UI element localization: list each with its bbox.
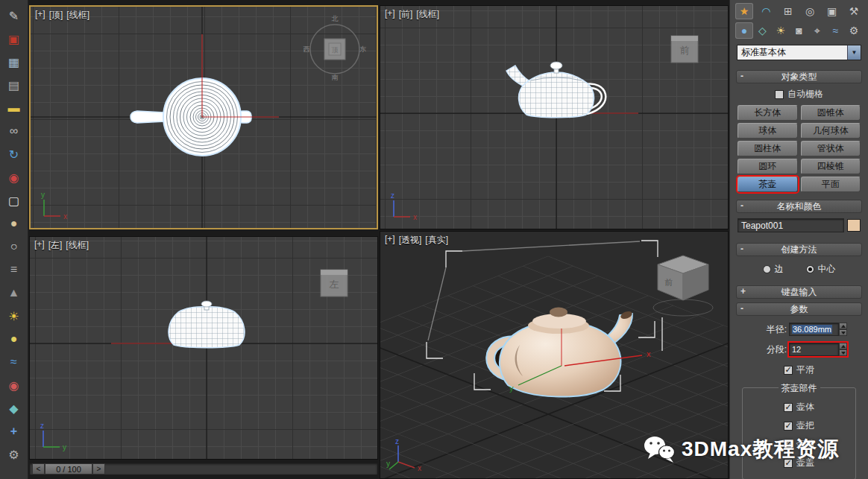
viewport-general-menu[interactable]: [+] [385,234,395,247]
rollout-keyboard-entry[interactable]: + 键盘输入 [736,285,862,299]
smooth-checkbox[interactable] [784,366,793,375]
rollout-name-and-color[interactable]: - 名称和颜色 [736,200,862,213]
viewport-shading-menu[interactable]: [线框] [66,239,89,252]
primitive-type-dropdown[interactable]: 标准基本体 ▼ [737,45,861,60]
center-radio[interactable] [806,265,814,273]
diamond-icon[interactable]: ◆ [4,399,25,418]
grid-icon[interactable]: ▤ [4,75,25,95]
svg-text:x: x [647,349,651,358]
object-type-buttons: 长方体 圆锥体 球体 几何球体 圆柱体 管状体 圆环 四棱锥 茶壶 平面 [738,105,861,192]
tab-motion[interactable]: ◎ [801,3,819,19]
viewport-general-menu[interactable]: [+] [35,9,45,22]
link-icon[interactable]: ∞ [4,121,25,141]
radius-field[interactable]: 36.089mm [789,323,839,336]
orbit-icon[interactable]: ◉ [4,375,25,395]
object-color-swatch[interactable] [847,219,861,232]
modify-icon: ◠ [761,5,770,17]
category-cameras[interactable]: ◙ [790,22,808,39]
viewcube[interactable]: 顶 北 东 南 西 [301,13,369,81]
autogrid-label: 自动栅格 [787,88,823,101]
category-space-warps[interactable]: ≈ [827,22,845,39]
button-geosphere[interactable]: 几何球体 [801,123,861,139]
note-icon[interactable]: ▬ [4,98,25,118]
category-geometry[interactable]: ● [735,22,753,39]
part-handle-checkbox[interactable] [784,422,793,431]
viewport-general-menu[interactable]: [+] [385,8,395,21]
window-icon[interactable]: ▢ [4,191,25,210]
tab-display[interactable]: ▣ [823,3,841,19]
ball-icon[interactable]: ● [4,329,25,349]
tab-utilities[interactable]: ⚒ [845,3,863,19]
sun-icon[interactable]: ☀ [4,306,25,326]
plus-icon[interactable]: + [4,422,25,441]
collapse-icon: - [740,303,743,314]
snap-icon[interactable]: ◉ [4,168,25,187]
tab-create[interactable]: ★ [735,3,753,19]
table-icon[interactable]: ▦ [4,52,25,72]
pencil-icon[interactable]: ✎ [4,6,25,25]
space-warps-icon: ≈ [833,25,839,37]
svg-text:北: 北 [332,15,339,22]
radius-label: 半径: [767,323,787,336]
button-teapot[interactable]: 茶壶 [738,177,798,192]
time-slider[interactable]: 0 / 100 [45,463,92,475]
button-box[interactable]: 长方体 [738,105,798,121]
part-body-checkbox[interactable] [784,403,793,412]
segments-field[interactable]: 12 [789,343,839,356]
viewport-general-menu[interactable]: [+] [34,239,45,252]
viewport-left[interactable]: [+] [左] [线框] 左 z y [29,236,378,460]
viewport-view-menu[interactable]: [顶] [49,9,63,22]
gear-icon[interactable]: ⚙ [4,445,25,464]
rollout-object-type[interactable]: - 对象类型 [736,70,862,83]
waves-icon[interactable]: ≈ [4,352,25,372]
axis-tripod: z x [386,191,424,224]
viewport-shading-menu[interactable]: [线框] [66,9,89,22]
creation-method-options: 边 中心 [730,263,868,276]
viewcube[interactable]: 前 [661,25,708,73]
previous-frame-button[interactable]: < [32,463,45,475]
button-cone[interactable]: 圆锥体 [801,105,861,121]
tab-modify[interactable]: ◠ [757,3,775,19]
object-name-field[interactable]: Teapot001 [738,218,844,232]
button-sphere[interactable]: 球体 [738,123,798,139]
category-lights[interactable]: ☀ [772,22,790,39]
viewport-view-menu[interactable]: [左] [48,239,63,252]
category-shapes[interactable]: ◇ [754,22,772,39]
chevron-down-icon[interactable]: ▼ [847,45,861,60]
viewport-top[interactable]: [+] [顶] [线框] 顶 北 东 南 西 y x [29,5,378,229]
rollout-parameters[interactable]: - 参数 [736,302,862,316]
viewcube[interactable]: 前 [644,251,722,320]
timeline-track[interactable]: < 0 / 100 > [30,463,377,475]
category-helpers[interactable]: ⌖ [808,22,826,39]
spinner-arrows-icon[interactable] [839,343,847,356]
sphere-icon[interactable]: ● [4,214,25,233]
rollout-creation-method[interactable]: - 创建方法 [736,243,862,256]
teapot-parts-title: 茶壶部件 [779,382,820,395]
viewport-shading-menu[interactable]: [真实] [425,234,448,247]
category-systems[interactable]: ⚙ [845,22,863,39]
button-cylinder[interactable]: 圆柱体 [738,141,798,156]
viewport-view-menu[interactable]: [透视] [399,234,422,247]
edge-radio[interactable] [763,265,771,273]
tab-hierarchy[interactable]: ⊞ [779,3,797,19]
spinner-arrows-icon[interactable] [839,323,847,336]
material-icon[interactable]: ▣ [4,29,25,48]
viewcube[interactable]: 左 [310,259,358,307]
layers-icon[interactable]: ≡ [4,260,25,279]
cone-icon[interactable]: ▲ [4,283,25,302]
button-tube[interactable]: 管状体 [801,141,861,156]
button-pyramid[interactable]: 四棱锥 [801,159,861,174]
circle-icon[interactable]: ○ [4,237,25,256]
button-plane[interactable]: 平面 [801,177,861,192]
viewport-view-menu[interactable]: [前] [399,8,413,21]
smooth-row: 平滑 [730,364,868,376]
geometry-icon: ● [741,25,747,37]
autogrid-checkbox[interactable] [775,90,784,99]
viewport-front-label: [+] [前] [线框] [385,8,439,21]
viewport-front[interactable]: [+] [前] [线框] 前 z x [380,5,729,229]
viewport-shading-menu[interactable]: [线框] [416,8,439,21]
lights-icon: ☀ [776,25,786,37]
rotate-icon[interactable]: ↻ [4,145,25,164]
next-frame-button[interactable]: > [92,463,105,475]
button-torus[interactable]: 圆环 [738,159,798,174]
